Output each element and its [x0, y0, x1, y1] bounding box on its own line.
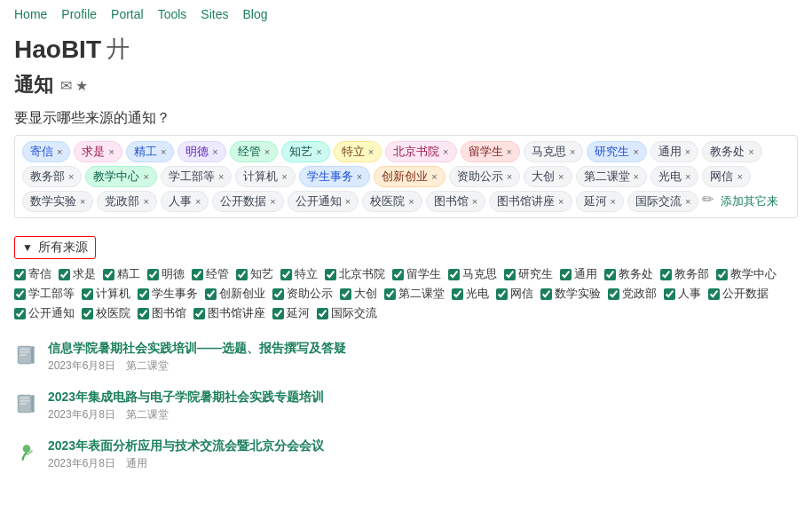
tag-close-icon[interactable]: ×	[270, 196, 275, 207]
checkbox-item[interactable]: 特立	[280, 266, 318, 282]
nav-link-portal[interactable]: Portal	[111, 7, 144, 21]
tag-close-icon[interactable]: ×	[316, 146, 321, 157]
source-checkbox[interactable]	[540, 288, 552, 300]
checkbox-item[interactable]: 研究生	[504, 266, 553, 282]
tag-close-icon[interactable]: ×	[431, 171, 437, 182]
checkbox-item[interactable]: 大创	[340, 286, 377, 302]
checkbox-item[interactable]: 留学生	[392, 266, 441, 282]
tag-close-icon[interactable]: ×	[345, 196, 351, 207]
tag-close-icon[interactable]: ×	[143, 171, 148, 182]
news-title[interactable]: 信息学院暑期社会实践培训——选题、报告撰写及答疑	[48, 341, 346, 357]
checkbox-item[interactable]: 精工	[103, 266, 140, 282]
source-checkbox[interactable]	[138, 288, 149, 300]
checkbox-item[interactable]: 国际交流	[317, 305, 377, 321]
checkbox-item[interactable]: 公开通知	[14, 305, 75, 321]
checkbox-item[interactable]: 计算机	[82, 286, 130, 302]
tag-close-icon[interactable]: ×	[633, 146, 638, 157]
tag-close-icon[interactable]: ×	[57, 146, 62, 157]
checkbox-item[interactable]: 公开数据	[708, 286, 769, 302]
source-checkbox[interactable]	[496, 288, 508, 300]
checkbox-item[interactable]: 北京书院	[325, 266, 385, 282]
checkbox-item[interactable]: 资助公示	[272, 286, 333, 302]
checkbox-item[interactable]: 通用	[560, 266, 597, 282]
edit-icon[interactable]: ✏	[702, 191, 713, 212]
add-more-button[interactable]: 添加其它来	[717, 191, 782, 212]
tag-close-icon[interactable]: ×	[685, 146, 690, 157]
tag-close-icon[interactable]: ×	[472, 196, 477, 207]
source-checkbox[interactable]	[14, 308, 26, 319]
checkbox-item[interactable]: 求是	[59, 266, 96, 282]
source-checkbox[interactable]	[608, 288, 619, 300]
source-checkbox[interactable]	[236, 269, 248, 280]
source-checkbox[interactable]	[103, 269, 114, 280]
source-checkbox[interactable]	[192, 269, 203, 280]
checkbox-item[interactable]: 寄信	[14, 266, 51, 282]
checkbox-item[interactable]: 学工部等	[14, 286, 75, 302]
tag-close-icon[interactable]: ×	[218, 171, 224, 182]
tag-close-icon[interactable]: ×	[68, 171, 74, 182]
tag-close-icon[interactable]: ×	[507, 146, 512, 157]
tag-close-icon[interactable]: ×	[408, 196, 414, 207]
checkbox-item[interactable]: 图书馆	[138, 305, 186, 321]
nav-link-home[interactable]: Home	[14, 7, 47, 21]
nav-link-profile[interactable]: Profile	[61, 7, 97, 21]
tag-close-icon[interactable]: ×	[570, 146, 575, 157]
tag-close-icon[interactable]: ×	[195, 196, 201, 207]
tag-close-icon[interactable]: ×	[443, 146, 448, 157]
source-checkbox[interactable]	[82, 288, 93, 300]
tag-close-icon[interactable]: ×	[685, 196, 690, 207]
source-checkbox[interactable]	[340, 288, 351, 300]
checkbox-item[interactable]: 创新创业	[205, 286, 265, 302]
checkbox-item[interactable]: 明德	[147, 266, 185, 282]
checkbox-item[interactable]: 第二课堂	[384, 286, 445, 302]
news-title[interactable]: 2023年表面分析应用与技术交流会暨北京分会会议	[48, 438, 324, 454]
source-checkbox[interactable]	[205, 288, 217, 300]
source-checkbox[interactable]	[660, 269, 672, 280]
source-checkbox[interactable]	[14, 288, 26, 300]
source-checkbox[interactable]	[448, 269, 460, 280]
nav-link-sites[interactable]: Sites	[201, 7, 228, 21]
tag-close-icon[interactable]: ×	[558, 196, 564, 207]
source-checkbox[interactable]	[147, 269, 159, 280]
email-icon[interactable]: ✉	[60, 77, 72, 94]
news-title[interactable]: 2023年集成电路与电子学院暑期社会实践专题培训	[48, 390, 324, 406]
source-checkbox[interactable]	[138, 308, 149, 319]
source-checkbox[interactable]	[280, 269, 292, 280]
source-checkbox[interactable]	[708, 288, 720, 300]
source-checkbox[interactable]	[82, 308, 93, 319]
checkbox-item[interactable]: 光电	[452, 286, 489, 302]
source-checkbox[interactable]	[716, 269, 728, 280]
tag-close-icon[interactable]: ×	[161, 146, 166, 157]
tag-close-icon[interactable]: ×	[80, 196, 85, 207]
tag-close-icon[interactable]: ×	[611, 196, 616, 207]
source-checkbox[interactable]	[664, 288, 675, 300]
checkbox-item[interactable]: 教务部	[660, 266, 709, 282]
tag-close-icon[interactable]: ×	[143, 196, 148, 207]
source-checkbox[interactable]	[317, 308, 328, 319]
checkbox-item[interactable]: 校医院	[82, 305, 130, 321]
source-checkbox[interactable]	[59, 269, 70, 280]
tag-close-icon[interactable]: ×	[281, 171, 287, 182]
all-sources-header[interactable]: ▼ 所有来源	[14, 236, 96, 259]
source-checkbox[interactable]	[272, 288, 284, 300]
checkbox-item[interactable]: 马克思	[448, 266, 497, 282]
checkbox-item[interactable]: 网信	[496, 286, 533, 302]
checkbox-item[interactable]: 教务处	[604, 266, 653, 282]
source-checkbox[interactable]	[384, 288, 396, 300]
checkbox-item[interactable]: 人事	[664, 286, 701, 302]
source-checkbox[interactable]	[392, 269, 404, 280]
source-checkbox[interactable]	[272, 308, 284, 319]
checkbox-item[interactable]: 教学中心	[716, 266, 777, 282]
source-checkbox[interactable]	[504, 269, 516, 280]
source-checkbox[interactable]	[325, 269, 336, 280]
checkbox-item[interactable]: 延河	[272, 305, 310, 321]
tag-close-icon[interactable]: ×	[264, 146, 270, 157]
tag-close-icon[interactable]: ×	[212, 146, 217, 157]
nav-link-tools[interactable]: Tools	[158, 7, 187, 21]
source-checkbox[interactable]	[560, 269, 572, 280]
checkbox-item[interactable]: 知艺	[236, 266, 273, 282]
source-checkbox[interactable]	[604, 269, 616, 280]
tag-close-icon[interactable]: ×	[634, 171, 639, 182]
tag-close-icon[interactable]: ×	[357, 171, 362, 182]
tag-close-icon[interactable]: ×	[507, 171, 512, 182]
